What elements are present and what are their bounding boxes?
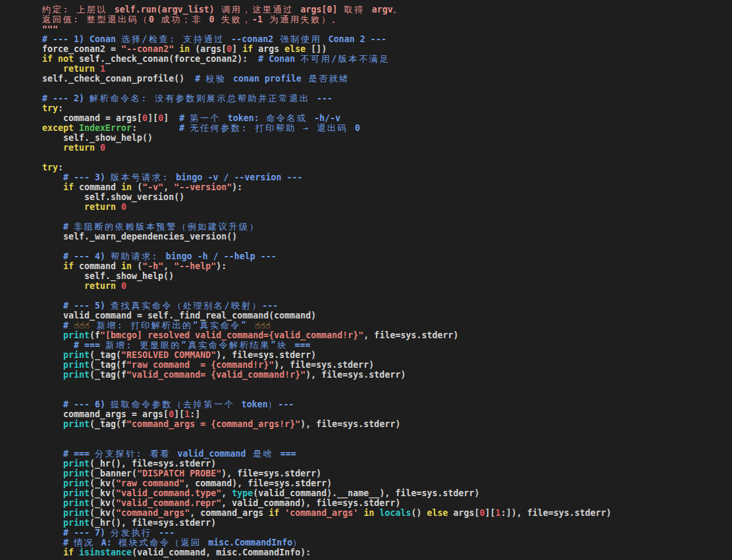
code-token bbox=[42, 360, 63, 370]
code-token bbox=[42, 330, 63, 340]
code-line: print(_tag(f"command_args = {command_arg… bbox=[42, 419, 732, 429]
code-line bbox=[42, 380, 732, 390]
code-token: ): bbox=[216, 261, 226, 271]
code-line: command = args[0][0] # 第一个 token: 命令名或 -… bbox=[42, 113, 732, 123]
code-token: ( bbox=[132, 261, 142, 271]
code-token: in bbox=[121, 261, 132, 271]
code-token: 为通用失败）。 bbox=[263, 14, 342, 24]
code-token bbox=[42, 301, 63, 311]
code-token: (_kv( bbox=[90, 488, 116, 498]
code-token: , file=sys.stderr) bbox=[363, 330, 458, 340]
code-token: 。 bbox=[393, 5, 404, 14]
code-token: else bbox=[427, 508, 448, 518]
code-token: A: bbox=[101, 538, 112, 547]
code-token: ), file=sys.stderr) bbox=[221, 469, 321, 478]
code-area: 约定: 上层以 self.run(argv_list) 调用，这里通过 args… bbox=[0, 0, 732, 560]
code-token: if bbox=[63, 547, 74, 557]
code-token: (_kv( bbox=[90, 478, 116, 488]
code-token: (_tag(f bbox=[90, 370, 126, 380]
code-token: "raw command" bbox=[116, 478, 184, 488]
code-token: 选择/检查: 支持通过 bbox=[121, 34, 231, 44]
code-line: if not self._check_conan(force_conan2): … bbox=[42, 54, 732, 64]
code-token: 取得 bbox=[337, 5, 371, 14]
code-token: print bbox=[63, 330, 90, 340]
code-token: "--conan2" bbox=[121, 44, 174, 54]
code-line: print(_banner("DISPATCH PROBE"), file=sy… bbox=[42, 469, 732, 478]
code-token: 0 bbox=[480, 508, 485, 518]
code-token: 命令名或 bbox=[259, 113, 315, 123]
code-token: 模块式命令（返回 bbox=[112, 538, 208, 547]
code-line: # ☝☝☝ 新增: 打印解析出的“真实命令” ☝☝☝ bbox=[42, 320, 732, 330]
code-line: valid_command = self._find_real_command(… bbox=[42, 311, 732, 320]
code-token: "raw command = {command!r}" bbox=[126, 360, 274, 370]
code-line bbox=[42, 291, 732, 301]
code-token: print bbox=[63, 350, 90, 360]
code-line: 约定: 上层以 self.run(argv_list) 调用，这里通过 args… bbox=[42, 5, 732, 14]
code-token: not bbox=[58, 54, 74, 64]
code-token: 不可用/版本不满足 bbox=[300, 54, 390, 64]
code-token bbox=[42, 538, 63, 547]
code-token: print bbox=[63, 459, 90, 469]
code-token: 校验 bbox=[205, 74, 233, 84]
code-token: Conan 2 --- bbox=[328, 34, 386, 44]
code-token: # --- 1) Conan bbox=[42, 34, 121, 44]
code-line bbox=[42, 153, 732, 163]
code-token bbox=[174, 44, 179, 54]
code-line: # --- 4) 帮助请求: bingo -h / --help --- bbox=[42, 251, 732, 261]
code-token: self.show_version() bbox=[42, 192, 184, 202]
pointing-up-emoji-icon: ☝☝☝ bbox=[74, 320, 90, 330]
code-token: try bbox=[42, 103, 58, 113]
code-token: 分支探针: 看看 bbox=[95, 449, 177, 459]
code-token: () bbox=[411, 508, 427, 518]
code-token bbox=[42, 508, 63, 518]
code-line: # --- 1) Conan 选择/检查: 支持通过 --conan2 强制使用… bbox=[42, 34, 732, 44]
code-token: valid_command = self._find_real_command(… bbox=[42, 311, 316, 320]
code-token: # Conan bbox=[258, 54, 300, 64]
code-token: # --- 3) bbox=[63, 172, 111, 182]
code-token: locals bbox=[379, 508, 411, 518]
code-token: # bbox=[179, 113, 190, 123]
code-token: command = args[ bbox=[42, 113, 142, 123]
code-token: # === bbox=[74, 340, 105, 350]
code-token bbox=[42, 172, 63, 182]
code-token: , command), file=sys.stderr) bbox=[184, 478, 332, 488]
code-line: print(_kv("valid_command.repr", valid_co… bbox=[42, 498, 732, 508]
code-token: # === bbox=[63, 449, 95, 459]
code-token: # --- 4) bbox=[63, 251, 111, 261]
code-line bbox=[42, 242, 732, 251]
code-token: force_conan2 = bbox=[42, 44, 121, 54]
code-token: 新增: 更显眼的“真实命令解析结果”块 bbox=[105, 340, 294, 350]
code-line: self._warn_dependencies_version() bbox=[42, 232, 732, 242]
code-token: (valid_command).__name__), file=sys.stde… bbox=[253, 488, 479, 498]
code-token: ][ bbox=[147, 113, 158, 123]
code-line: if command in ("-h", "--help"): bbox=[42, 261, 732, 271]
code-token: args bbox=[253, 44, 284, 54]
code-token bbox=[42, 143, 63, 153]
code-token: 约定: 上层以 bbox=[42, 5, 115, 14]
code-token: "DISPATCH PROBE" bbox=[137, 469, 221, 478]
code-token bbox=[42, 340, 74, 350]
code-token: === bbox=[294, 340, 310, 350]
code-token: ), file=sys.stderr) bbox=[305, 370, 405, 380]
code-token: self.run(argv_list) bbox=[115, 5, 215, 14]
code-line: try: bbox=[42, 163, 732, 172]
code-token: # bbox=[63, 222, 74, 232]
code-line: return 0 bbox=[42, 143, 732, 153]
code-token: --- bbox=[317, 93, 332, 103]
code-token bbox=[42, 419, 63, 429]
code-token bbox=[95, 143, 100, 153]
code-token: in bbox=[363, 508, 374, 518]
code-token: misc.CommandInfo bbox=[208, 538, 292, 547]
code-token: 0 bbox=[209, 14, 215, 24]
code-line: print(_kv("valid_command.type", type(val… bbox=[42, 488, 732, 498]
code-token bbox=[42, 469, 63, 478]
code-token: 0 bbox=[158, 113, 163, 123]
code-token: "command_args = {command_args!r}" bbox=[126, 419, 300, 429]
code-token: (_hr(), file=sys.stderr) bbox=[90, 459, 216, 469]
pointing-up-emoji-icon: ☝☝☝ bbox=[255, 320, 271, 330]
code-token: ][ bbox=[485, 508, 496, 518]
code-token: "-h" bbox=[142, 261, 163, 271]
code-line: command_args = args[0][1:] bbox=[42, 409, 732, 419]
code-token: print bbox=[63, 469, 90, 478]
code-token: , bbox=[221, 488, 232, 498]
